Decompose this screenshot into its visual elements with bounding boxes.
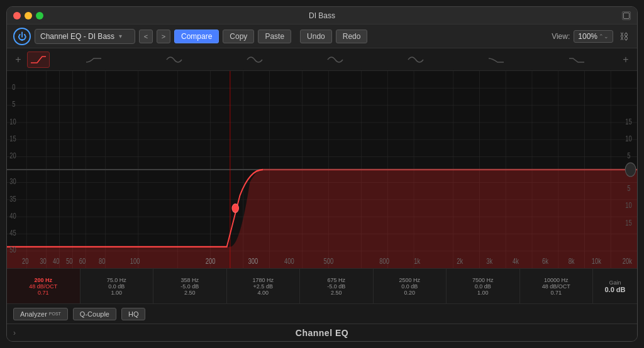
- svg-text:40: 40: [9, 212, 16, 220]
- svg-text:1k: 1k: [414, 257, 420, 265]
- band-2-q: 1.00: [111, 290, 122, 296]
- compare-button[interactable]: Compare: [174, 30, 219, 43]
- svg-text:10: 10: [9, 117, 16, 125]
- svg-point-75: [625, 163, 636, 177]
- copy-button[interactable]: Copy: [223, 30, 254, 43]
- main-window: DI Bass ⏻ Channel EQ - DI Bass ▾ < > Com…: [6, 6, 638, 342]
- svg-text:30: 30: [9, 177, 16, 185]
- bottom-bar: AnalyzerPOST Q-Couple HQ: [7, 303, 637, 324]
- minimize-button[interactable]: [25, 12, 32, 19]
- band-icons-row: [53, 53, 617, 66]
- svg-text:20k: 20k: [623, 257, 633, 265]
- svg-text:4k: 4k: [513, 257, 519, 265]
- band-5-freq: 675 Hz: [327, 277, 345, 283]
- band-3-q: 2.50: [184, 290, 196, 296]
- band-5-type-button[interactable]: [326, 53, 344, 66]
- band-7-q: 1.00: [477, 290, 489, 296]
- paste-button[interactable]: Paste: [258, 30, 291, 43]
- redo-button[interactable]: Redo: [336, 30, 368, 43]
- band-6-type-button[interactable]: [407, 53, 425, 66]
- window-title: DI Bass: [309, 11, 335, 20]
- expand-button[interactable]: [622, 11, 631, 20]
- svg-text:5: 5: [12, 100, 15, 108]
- band-2-params[interactable]: 75.0 Hz 0.0 dB 1.00: [80, 269, 154, 303]
- band-6-params[interactable]: 2500 Hz 0.0 dB 0.20: [374, 269, 447, 303]
- analyzer-button[interactable]: AnalyzerPOST: [13, 308, 68, 320]
- band-7-gain: 0.0 dB: [475, 283, 491, 290]
- nav-forward-button[interactable]: >: [157, 30, 170, 43]
- gain-label: Gain: [609, 280, 621, 286]
- band-8-params[interactable]: 10000 Hz 48 dB/OCT 0.71: [520, 269, 594, 303]
- maximize-button[interactable]: [36, 12, 43, 19]
- add-band-right-button[interactable]: +: [619, 53, 632, 66]
- band-8-type-button[interactable]: [568, 53, 586, 66]
- band-4-gain: +2.5 dB: [253, 283, 273, 290]
- percent-arrows: ⌃⌄: [599, 33, 609, 40]
- svg-text:200: 200: [206, 257, 216, 265]
- band-7-params[interactable]: 7500 Hz 0.0 dB 1.00: [447, 269, 520, 303]
- svg-text:60: 60: [79, 257, 86, 265]
- band-params-row: 200 Hz 48 dB/OCT 0.71 75.0 Hz 0.0 dB 1.0…: [7, 268, 637, 303]
- svg-text:6k: 6k: [542, 257, 548, 265]
- svg-text:100: 100: [130, 257, 140, 265]
- band-5-params[interactable]: 675 Hz -5.0 dB 2.50: [300, 269, 374, 303]
- view-label: View:: [552, 32, 570, 41]
- svg-text:40: 40: [53, 257, 59, 265]
- preset-dropdown[interactable]: Channel EQ - DI Bass ▾: [35, 29, 135, 44]
- band-6-freq: 2500 Hz: [399, 277, 420, 283]
- add-band-left-button[interactable]: +: [12, 53, 25, 66]
- link-button[interactable]: ⛓: [617, 30, 631, 43]
- traffic-lights: [13, 12, 43, 19]
- band-7-freq: 7500 Hz: [472, 277, 494, 283]
- master-gain-params: Gain 0.0 dB: [593, 269, 637, 303]
- eq-display[interactable]: 20 30 40 50 60 80 100 200 300 400 500 80…: [7, 71, 637, 268]
- hq-button[interactable]: HQ: [121, 308, 146, 320]
- band-1-type-button[interactable]: [27, 52, 50, 68]
- svg-text:50: 50: [9, 246, 16, 254]
- q-couple-button[interactable]: Q-Couple: [73, 308, 116, 320]
- footer-bar: › Channel EQ: [7, 324, 637, 341]
- svg-text:500: 500: [324, 257, 334, 265]
- svg-text:50: 50: [66, 257, 72, 265]
- nav-back-button[interactable]: <: [139, 30, 153, 43]
- band-5-gain: -5.0 dB: [327, 283, 345, 290]
- svg-text:3k: 3k: [486, 257, 492, 265]
- svg-text:20: 20: [9, 151, 16, 160]
- band-4-type-button[interactable]: [246, 53, 264, 66]
- close-button[interactable]: [13, 12, 21, 19]
- svg-text:35: 35: [9, 194, 16, 202]
- band-3-type-button[interactable]: [165, 53, 183, 66]
- footer-arrow-button[interactable]: ›: [13, 329, 16, 337]
- view-percent-selector[interactable]: 100% ⌃⌄: [574, 30, 613, 43]
- band-type-row: +: [7, 48, 637, 71]
- band-6-q: 0.20: [404, 290, 415, 296]
- svg-text:300: 300: [248, 257, 258, 265]
- toolbar: ⏻ Channel EQ - DI Bass ▾ < > Compare Cop…: [7, 24, 637, 48]
- band-1-gain: 48 dB/OCT: [29, 283, 57, 290]
- band-4-params[interactable]: 1780 Hz +2.5 dB 4.00: [227, 269, 301, 303]
- svg-text:30: 30: [40, 257, 46, 265]
- svg-text:45: 45: [9, 229, 16, 237]
- power-button[interactable]: ⏻: [13, 28, 31, 45]
- undo-button[interactable]: Undo: [300, 30, 332, 43]
- footer-title: Channel EQ: [296, 328, 348, 338]
- view-control: View: 100% ⌃⌄ ⛓: [552, 30, 631, 43]
- band-1-params[interactable]: 200 Hz 48 dB/OCT 0.71: [7, 269, 80, 303]
- svg-text:5: 5: [627, 151, 630, 160]
- band-2-freq: 75.0 Hz: [107, 277, 126, 283]
- svg-text:5: 5: [627, 184, 630, 192]
- gain-value: 0.0 dB: [604, 286, 625, 293]
- band-7-type-button[interactable]: [487, 53, 505, 66]
- band-8-gain: 48 dB/OCT: [542, 283, 570, 290]
- svg-text:800: 800: [379, 257, 389, 265]
- band-1-freq: 200 Hz: [34, 277, 52, 283]
- band-5-q: 2.50: [331, 290, 342, 296]
- svg-text:400: 400: [284, 257, 294, 265]
- svg-text:2k: 2k: [457, 257, 463, 265]
- band-1-q: 0.71: [38, 290, 49, 296]
- band-2-type-button[interactable]: [85, 53, 103, 66]
- band-3-params[interactable]: 358 Hz -5.0 dB 2.50: [153, 269, 227, 303]
- svg-text:8k: 8k: [569, 257, 575, 265]
- band-3-freq: 358 Hz: [180, 277, 199, 283]
- preset-name: Channel EQ - DI Bass: [40, 32, 114, 41]
